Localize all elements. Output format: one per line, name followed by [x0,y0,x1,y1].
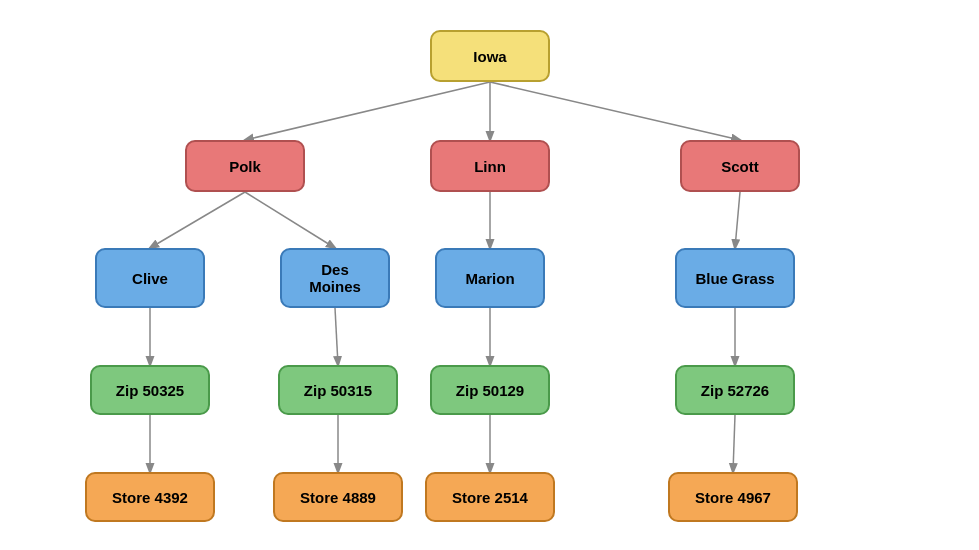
node-iowa: Iowa [430,30,550,82]
node-zip52726: Zip 52726 [675,365,795,415]
node-store2514: Store 2514 [425,472,555,522]
store2514-label: Store 2514 [452,489,528,506]
zip50325-label: Zip 50325 [116,382,184,399]
svg-line-14 [733,415,735,472]
svg-line-4 [245,192,335,248]
clive-label: Clive [132,270,168,287]
node-marion: Marion [435,248,545,308]
scott-label: Scott [721,158,759,175]
zip50315-label: Zip 50315 [304,382,372,399]
node-zip50315: Zip 50315 [278,365,398,415]
linn-label: Linn [474,158,506,175]
node-scott: Scott [680,140,800,192]
node-store4392: Store 4392 [85,472,215,522]
svg-line-3 [150,192,245,248]
store4392-label: Store 4392 [112,489,188,506]
node-store4889: Store 4889 [273,472,403,522]
node-zip50129: Zip 50129 [430,365,550,415]
svg-line-6 [735,192,740,248]
svg-line-8 [335,308,338,365]
desmoines-label: Des Moines [309,261,361,295]
zip50129-label: Zip 50129 [456,382,524,399]
svg-line-0 [245,82,490,140]
node-linn: Linn [430,140,550,192]
marion-label: Marion [465,270,514,287]
node-desmoines: Des Moines [280,248,390,308]
bluegrass-label: Blue Grass [695,270,774,287]
node-zip50325: Zip 50325 [90,365,210,415]
zip52726-label: Zip 52726 [701,382,769,399]
store4889-label: Store 4889 [300,489,376,506]
node-store4967: Store 4967 [668,472,798,522]
node-clive: Clive [95,248,205,308]
store4967-label: Store 4967 [695,489,771,506]
node-bluegrass: Blue Grass [675,248,795,308]
tree-diagram: Iowa Polk Linn Scott Clive Des Moines Ma… [0,0,979,550]
polk-label: Polk [229,158,261,175]
iowa-label: Iowa [473,48,506,65]
node-polk: Polk [185,140,305,192]
svg-line-2 [490,82,740,140]
